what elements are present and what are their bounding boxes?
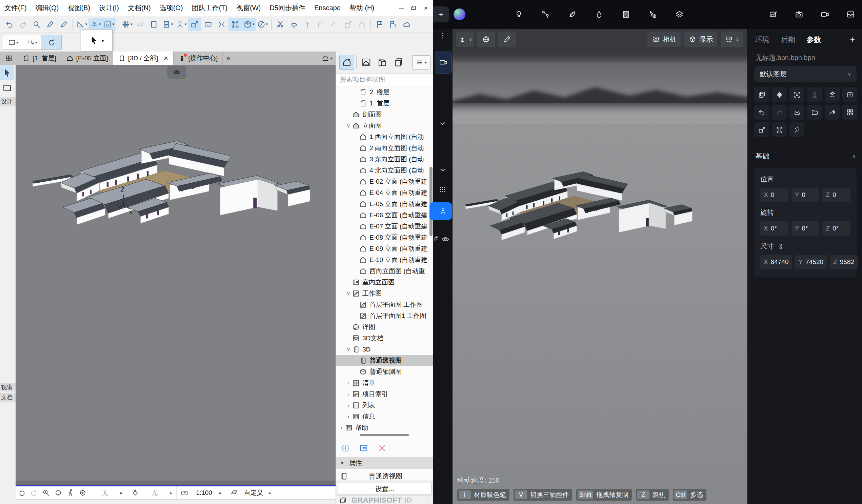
focus-button[interactable] — [789, 87, 805, 102]
transform-input[interactable]: Z0 — [822, 188, 850, 202]
tree-item[interactable]: ›信息 — [336, 411, 433, 422]
add-viewpoint-button[interactable] — [341, 443, 350, 453]
tab-list-dropdown[interactable]: ▾ — [318, 52, 336, 65]
tree-item[interactable]: E-05 立面 (自动重建 — [336, 198, 433, 210]
orbit-button[interactable] — [52, 489, 64, 497]
section-tool-button[interactable]: ▾ — [256, 18, 269, 31]
beam-tool[interactable] — [0, 137, 14, 152]
curtain-wall-tool[interactable] — [0, 229, 14, 244]
nature-icon[interactable] — [568, 10, 577, 19]
character-mode-button[interactable] — [430, 202, 452, 220]
panel-tab-环境[interactable]: 环境 — [755, 35, 769, 44]
tree-scrollbar[interactable] — [430, 167, 432, 236]
column-tool[interactable] — [0, 122, 14, 137]
spread-button[interactable] — [772, 122, 787, 137]
visibility-row[interactable] — [433, 235, 453, 244]
menu-item[interactable]: 团队工作(T) — [187, 0, 232, 16]
drag-grip-icon[interactable] — [433, 185, 453, 194]
building-model[interactable] — [32, 103, 323, 239]
viewpoint-settings-button[interactable] — [359, 443, 368, 453]
layer-selector[interactable]: 默认图层 ∨ — [754, 66, 857, 82]
tree-item[interactable]: E-10 立面 (自动重建 — [336, 254, 433, 265]
tree-item[interactable]: 西向立面图 (自动重 — [336, 265, 433, 277]
zone-tool[interactable] — [0, 351, 14, 366]
grid-snap-button[interactable]: ▾ — [120, 18, 133, 31]
opening-tool[interactable] — [0, 367, 14, 381]
tree-item[interactable]: E-04 立面 (自动重建 — [336, 187, 433, 198]
chevron-down-icon[interactable] — [433, 120, 453, 127]
tree-item[interactable]: 首层平面图1 工作图 — [336, 310, 433, 321]
pillar-button[interactable] — [807, 87, 822, 102]
transform-input[interactable]: X0 — [760, 188, 788, 202]
layer-combination-field[interactable]: 自定义▸ — [226, 486, 275, 499]
panel-tab-参数[interactable]: 参数 — [807, 35, 821, 44]
selection-mode-button[interactable]: ▸ — [22, 35, 43, 50]
tree-item[interactable]: 1. 首层 — [336, 97, 433, 109]
ai-assistant-button[interactable] — [433, 6, 449, 22]
roof-tool[interactable] — [0, 168, 14, 183]
effect-icon[interactable] — [595, 10, 604, 19]
snap-guides-button[interactable]: ▾ — [89, 18, 102, 31]
camera-panel-button[interactable]: 相机 — [648, 31, 681, 47]
inject-parameters-button[interactable] — [57, 18, 70, 31]
scale-field[interactable]: 1:100▸ — [176, 486, 226, 499]
favorites-button[interactable] — [147, 18, 161, 31]
markup-flag-button[interactable] — [373, 18, 387, 31]
drag-move-button[interactable] — [188, 18, 201, 31]
tree-item[interactable]: ∨工作图 — [336, 288, 433, 299]
view-tab[interactable]: [1. 首层] — [18, 52, 61, 65]
morph-tool[interactable] — [0, 290, 14, 305]
tree-item[interactable]: E-06 立面 (自动重建 — [336, 210, 433, 221]
transform-input[interactable]: Y74520 — [795, 255, 827, 269]
split-button[interactable] — [274, 18, 287, 31]
zoom-in-button[interactable] — [40, 489, 52, 497]
tree-item[interactable]: 普通透视图 — [336, 355, 433, 366]
tree-item[interactable]: ∨3D — [336, 344, 433, 355]
tracker-coordinates-button[interactable]: XY▾ — [102, 18, 116, 31]
fillet-button[interactable] — [328, 18, 341, 31]
redo-button[interactable] — [772, 105, 787, 120]
tree-item[interactable]: 3 东向立面图 (自动 — [336, 154, 433, 165]
transform-input[interactable]: Y0 — [792, 188, 820, 202]
toolbox-section-label[interactable]: 视窗 — [0, 383, 16, 392]
tree-item[interactable]: 首层平面图 工作图 — [336, 299, 433, 310]
tree-item[interactable]: ›列表 — [336, 400, 433, 411]
tree-item[interactable]: E-09 立面 (自动重建 — [336, 243, 433, 254]
elevate-button[interactable] — [301, 18, 314, 31]
minimize-button[interactable]: ─ — [396, 3, 406, 13]
export-button[interactable] — [825, 105, 840, 120]
wall-tool[interactable] — [0, 107, 14, 122]
scale-button[interactable] — [754, 122, 769, 137]
kebab-menu-icon[interactable] — [433, 31, 453, 40]
toolbox-section-label[interactable]: 文档 — [0, 393, 16, 402]
intersect-button[interactable] — [314, 18, 328, 31]
scene-icon[interactable] — [675, 10, 684, 19]
camera-sync-button[interactable]: ∨ — [721, 31, 743, 47]
ai-sparkle-icon[interactable] — [848, 36, 857, 44]
walk-mode-button[interactable] — [64, 489, 77, 497]
skylight-tool[interactable] — [0, 275, 14, 290]
tree-item[interactable]: ∨立面图 — [336, 120, 433, 131]
stair-tool[interactable] — [0, 199, 14, 213]
menu-item[interactable]: 视窗(W) — [232, 0, 265, 16]
tab-overflow-button[interactable]: » — [223, 52, 234, 65]
layout-book-button[interactable] — [375, 55, 390, 70]
tree-item[interactable]: 4 北向立面图 (自动 — [336, 165, 433, 176]
tab-overview-button[interactable] — [0, 52, 18, 65]
select-similar-button[interactable] — [843, 105, 857, 120]
menu-item[interactable]: 帮助 (H) — [345, 0, 379, 16]
transform-mode-button[interactable]: ∨ — [456, 31, 474, 47]
render-video-icon[interactable] — [820, 10, 830, 19]
slab-tool[interactable] — [0, 153, 14, 168]
equipment-tool[interactable] — [0, 336, 14, 351]
place-asset-icon[interactable] — [648, 10, 657, 19]
basic-section-header[interactable]: 基础 ∨ — [755, 151, 856, 161]
marquee-mode-button[interactable]: ▸ — [3, 35, 24, 50]
menu-item[interactable]: 编辑(Q) — [31, 0, 63, 16]
d5-building-model[interactable] — [466, 141, 703, 252]
arrow-tool[interactable] — [0, 65, 14, 80]
settings-button[interactable]: 设置... — [338, 483, 431, 495]
object-tool[interactable] — [0, 305, 14, 320]
menu-item[interactable]: 文件(F) — [0, 0, 31, 16]
offset-button[interactable] — [341, 18, 355, 31]
